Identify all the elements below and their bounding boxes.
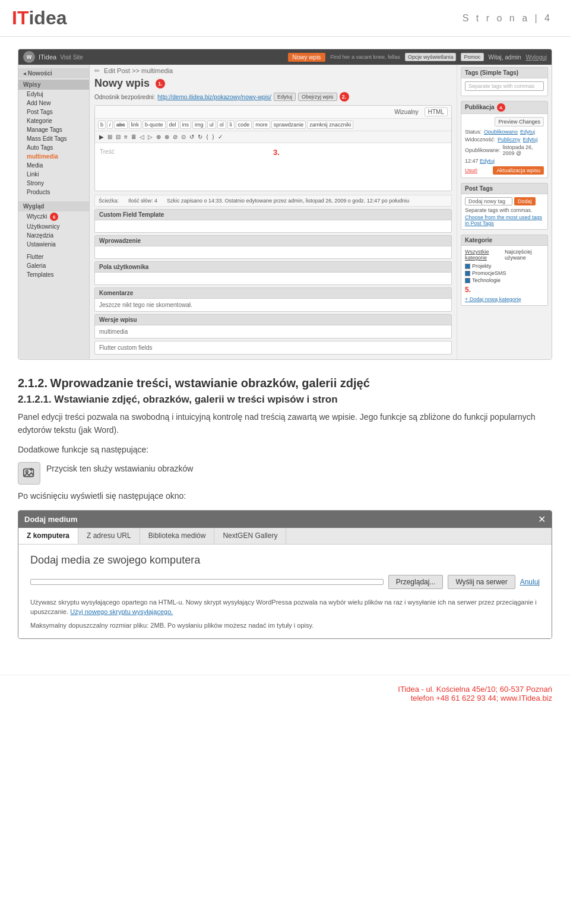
category-promocjesms-checkbox[interactable] [465,271,470,276]
custom-field-template-section: Custom Field Template [94,209,452,233]
update-post-button[interactable]: Aktualizacja wpisu [493,166,544,175]
logout-link[interactable]: Wyloguj [526,54,547,61]
footer-line-2: telefon +48 61 622 93 44; www.ITidea.biz [18,694,552,703]
visibility-edit-link[interactable]: Edytuj [523,137,538,143]
dialog-upload-button[interactable]: Wyślij na serwer [448,575,515,589]
toolbar-ol[interactable]: ol [217,121,226,129]
custom-field-template-body[interactable] [95,220,451,232]
sidebar-item-strony[interactable]: Strony [18,179,89,188]
toolbar-icon-8[interactable]: ⊕ [155,133,162,141]
options-button[interactable]: Opcje wyświetlania [405,53,457,61]
dialog-file-input[interactable] [30,579,384,585]
dialog-tab-nextgen[interactable]: NextGEN Gallery [214,528,286,544]
dialog-tab-z-adresu-url[interactable]: Z adresu URL [78,528,140,544]
sidebar-item-wyglad[interactable]: Wygląd [18,201,89,211]
toolbar-icon-4[interactable]: ≡ [123,133,129,141]
toolbar-icon-5[interactable]: ≣ [130,133,137,141]
main-content: W ITidea Visit Site Nowy wpis Find her a… [0,37,570,651]
status-edit-link[interactable]: Edytuj [520,129,535,135]
dialog-cancel-link[interactable]: Anuluj [520,578,540,586]
sidebar-item-add-new[interactable]: Add New [18,99,89,107]
toolbar-icon-14[interactable]: ⟨ [205,133,210,141]
sidebar-item-mass-edit-tags[interactable]: Mass Edit Tags [18,134,89,143]
view-post-button[interactable]: Obejrzyj wpis [298,93,337,101]
published-edit-link[interactable]: Edytuj [480,158,495,164]
published-label: Opublikowane: [465,147,501,153]
tab-visual[interactable]: Wizualny [391,107,422,116]
sidebar-item-narzedzia[interactable]: Narzędzia [18,231,89,240]
toolbar-blockquote[interactable]: b-quote [142,121,166,129]
dialog-new-script-link[interactable]: Użyj nowego skryptu wysyłającego. [70,608,173,615]
toolbar-strikethrough[interactable]: abc [114,121,128,129]
toolbar-icon-15[interactable]: ⟩ [211,133,216,141]
status-value: Opublikowano [484,129,518,135]
wprowadzenie-body[interactable] [95,246,451,258]
dialog-close-button[interactable]: ✕ [538,514,546,525]
toolbar-link[interactable]: link [129,121,142,129]
permalink-edit-button[interactable]: Edytuj [274,93,296,101]
sidebar-item-ustawienia[interactable]: Ustawienia [18,240,89,249]
permalink-url[interactable]: http://demo.itidea.biz/pokazowy/nowy-wpi… [157,94,271,100]
sidebar-item-kategorie[interactable]: Kategorie [18,116,89,125]
sidebar-item-media[interactable]: Media [18,161,89,170]
tags-input[interactable]: Separate tags with commas [465,81,544,91]
toolbar-icon-2[interactable]: ⊞ [106,133,113,141]
dialog-tab-biblioteka[interactable]: Biblioteka mediów [140,528,215,544]
toolbar-close-tags[interactable]: zamknij znaczniki [307,121,353,129]
sidebar-item-edytuj[interactable]: Edytuj [18,90,89,99]
sidebar-item-auto-tags[interactable]: Auto Tags [18,143,89,152]
sidebar-item-multimedia[interactable]: multimedia [18,152,89,161]
toolbar-ins[interactable]: ins [180,121,192,129]
toolbar-ul[interactable]: ul [207,121,216,129]
sidebar-item-nowosci[interactable]: ◂ Nowości [18,68,89,78]
dialog-tab-z-komputera[interactable]: Z komputera [18,528,78,544]
toolbar-italic[interactable]: i [107,121,113,129]
add-category-link[interactable]: + Dodaj nową kategorię [465,296,521,302]
dialog-browse-button[interactable]: Przeglądaj... [388,575,444,589]
all-categories-link[interactable]: Wszystkie kategorie [465,249,502,261]
post-tags-hint2[interactable]: Choose from the most used tags in Post T… [465,214,544,226]
toolbar-img[interactable]: img [192,121,206,129]
preview-changes-button[interactable]: Preview Changes [495,117,544,126]
sidebar-item-galeria[interactable]: Galeria [18,261,89,270]
post-tags-add-button[interactable]: Dodaj [514,197,536,205]
toolbar-icon-7[interactable]: ▷ [147,133,154,141]
category-technologie-checkbox[interactable] [465,278,470,283]
editor-toolbar-1: b i abc link b-quote del ins img ul ol l… [95,119,451,131]
subsection-heading-row: 2.1.2.1. Wstawianie zdjęć, obrazków, gal… [18,394,552,406]
komentarze-body: Jeszcze nikt tego nie skomentował. [95,299,451,311]
sidebar-item-products[interactable]: Products [18,188,89,197]
toolbar-bold[interactable]: b [98,121,106,129]
toolbar-more[interactable]: more [253,121,270,129]
toolbar-spell[interactable]: sprawdzanie [271,121,306,129]
toolbar-icon-12[interactable]: ↺ [188,133,195,141]
sidebar-item-linki[interactable]: Linki [18,170,89,179]
toolbar-icon-13[interactable]: ↻ [197,133,204,141]
help-button[interactable]: Pomoc [461,53,483,61]
toolbar-icon-10[interactable]: ⊘ [172,133,179,141]
sidebar-item-post-tags[interactable]: Post Tags [18,107,89,116]
toolbar-icon-16[interactable]: ✓ [217,133,224,141]
post-tags-input[interactable]: Dodaj nowy tag [465,197,512,205]
pola-uzytkownika-body[interactable] [95,273,451,284]
sidebar-item-manage-tags[interactable]: Manage Tags [18,125,89,134]
toolbar-icon-6[interactable]: ◁ [138,133,145,141]
tab-html[interactable]: HTML [425,107,448,116]
toolbar-icon-9[interactable]: ⊗ [163,133,170,141]
toolbar-icon-3[interactable]: ⊟ [115,133,122,141]
sidebar-item-uzytkownicy[interactable]: Użytkownicy [18,222,89,231]
sidebar-item-wpisy[interactable]: Wpisy [18,80,89,90]
sidebar-item-wtyczki[interactable]: Wtyczki 6 [18,211,89,222]
toolbar-del[interactable]: del [167,121,179,129]
delete-link[interactable]: Usuń [465,167,477,173]
toolbar-icon-1[interactable]: ▶ [98,133,105,141]
toolbar-li[interactable]: li [227,121,235,129]
category-projekty-checkbox[interactable] [465,264,470,269]
sidebar-item-templates[interactable]: Templates [18,270,89,279]
toolbar-icon-11[interactable]: ⊙ [180,133,187,141]
visit-site-link[interactable]: Visit Site [60,54,83,61]
editor-content[interactable]: Treść 3. [95,143,451,191]
nowy-wpis-button[interactable]: Nowy wpis [288,53,326,62]
sidebar-item-flutter[interactable]: Flutter [18,252,89,261]
toolbar-code[interactable]: code [236,121,252,129]
